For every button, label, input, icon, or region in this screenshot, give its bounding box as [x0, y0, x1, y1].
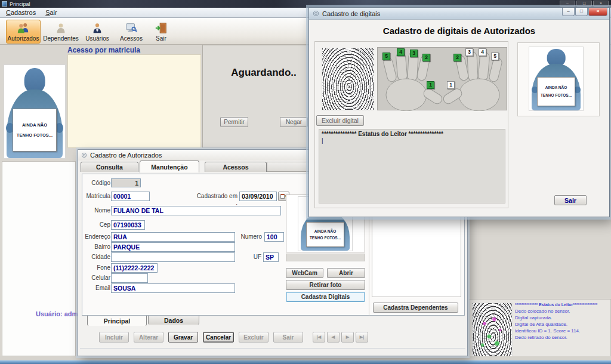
- main-window-title: Principal: [10, 1, 30, 7]
- cancelar-button[interactable]: Cancelar: [203, 332, 234, 343]
- left-panel: [2, 161, 76, 356]
- access-heading: Acesso por matricula: [67, 46, 140, 54]
- finger-chip-right-5[interactable]: 5: [491, 53, 499, 60]
- maximize-button[interactable]: □: [576, 1, 592, 7]
- incluir-button[interactable]: Incluir: [99, 332, 129, 343]
- matricula-entry-panel[interactable]: [67, 54, 201, 148]
- toolbar-usuarios-button[interactable]: Usuários: [81, 20, 113, 44]
- tab-consulta[interactable]: Consulta: [81, 162, 138, 172]
- close-button[interactable]: ×: [593, 1, 609, 7]
- close-button[interactable]: ×: [588, 8, 607, 16]
- abrir-button[interactable]: Abrir: [327, 268, 365, 278]
- avatar-sign: AINDA NÃO TENHO FOTOS...: [537, 77, 576, 106]
- uf-field[interactable]: SP: [263, 252, 279, 262]
- tab-principal[interactable]: Principal: [87, 316, 147, 326]
- text-cursor: |: [322, 137, 502, 144]
- cadastra-digitais-button[interactable]: Cadastra Digitais: [286, 292, 365, 302]
- tab-manutencao[interactable]: Manutenção: [140, 161, 199, 172]
- excluir-button[interactable]: Excluir: [239, 332, 269, 343]
- avatar-sign: AINDA NÃO TENHO FOTOS...: [306, 222, 345, 246]
- reader-status-line: Dedo colocado no sensor.: [515, 308, 610, 314]
- fingerprint-image: [322, 48, 374, 110]
- finger-chip-left-3[interactable]: 3: [410, 50, 418, 57]
- close-icon: ×: [600, 1, 602, 5]
- minimize-icon: –: [567, 8, 569, 14]
- waiting-status: Aguardando..: [203, 67, 325, 79]
- autorizados-window-title: Cadastro de Autorizados: [90, 152, 162, 159]
- toolbar-autorizados-button[interactable]: Autorizados: [6, 20, 41, 44]
- numero-label: Numero: [240, 232, 262, 242]
- reader-status-line: Dedo retirado do sensor.: [515, 334, 610, 341]
- toolbar-sair-button[interactable]: Sair: [148, 20, 174, 44]
- nav-last-button[interactable]: ▶|: [356, 332, 368, 343]
- endereco-field[interactable]: RUA: [111, 232, 235, 242]
- close-icon: ×: [597, 8, 600, 14]
- fone-field[interactable]: (11)2222-2222: [111, 263, 158, 273]
- window-inner-border: [80, 348, 465, 348]
- minimize-icon: –: [566, 1, 569, 5]
- nome-field[interactable]: FULANO DE TAL: [111, 206, 281, 215]
- toolbar-dependentes-button[interactable]: Dependentes: [43, 20, 79, 44]
- email-field[interactable]: SOUSA: [111, 283, 235, 293]
- finger-chip-right-1[interactable]: 1: [447, 81, 455, 89]
- reader-status-line: Digital capturada.: [515, 314, 610, 321]
- reader-status-line: identificou ID = 1. Score = 114.: [515, 328, 610, 334]
- minimize-button[interactable]: –: [562, 8, 575, 16]
- cadastrado-em-field[interactable]: 03/09/2010: [239, 192, 277, 201]
- reader-status-textarea[interactable]: *************** Estatus do Leitor ******…: [319, 129, 505, 203]
- permitir-button[interactable]: Permitir: [220, 117, 248, 127]
- fone-label: Fone: [83, 263, 110, 273]
- digitais-window-title: Cadastro de digitais: [322, 10, 380, 17]
- toolbar-label: Dependentes: [43, 35, 79, 42]
- sair-button[interactable]: Sair: [554, 195, 587, 205]
- cadastra-dependentes-button[interactable]: Cadastra Dependentes: [373, 303, 458, 313]
- menu-cadastros[interactable]: Cadastros: [1, 8, 41, 17]
- cidade-field[interactable]: [111, 252, 235, 262]
- nav-prev-button[interactable]: ◀: [327, 332, 340, 343]
- bairro-field[interactable]: PARQUE: [111, 242, 235, 252]
- cep-field[interactable]: 07190033: [111, 220, 145, 230]
- finger-chip-left-2[interactable]: 2: [422, 54, 430, 61]
- maximize-button[interactable]: □: [575, 8, 588, 16]
- nav-next-button[interactable]: ▶: [341, 332, 354, 343]
- finger-chip-right-4[interactable]: 4: [479, 48, 486, 56]
- finger-chip-left-5[interactable]: 5: [382, 53, 390, 60]
- numero-field[interactable]: 100: [264, 232, 284, 242]
- photo-panel: AINDA NÃO TENHO FOTOS...: [517, 42, 600, 116]
- finger-chip-left-1[interactable]: 1: [427, 81, 434, 89]
- sair-button[interactable]: Sair: [273, 332, 303, 343]
- toolbar-label: Usuários: [85, 35, 109, 42]
- matricula-label: Matricula: [83, 192, 110, 201]
- matricula-field[interactable]: 00001: [111, 192, 150, 201]
- reader-status-title: ************** Estatus do Leitor********…: [515, 301, 610, 308]
- endereco-label: Endereço: [79, 232, 110, 242]
- status-title: *************** Estatus do Leitor ******…: [322, 131, 502, 137]
- negar-button[interactable]: Negar: [280, 117, 308, 127]
- cidade-label: Cidade: [83, 252, 110, 262]
- finger-chip-left-4[interactable]: 4: [397, 48, 405, 56]
- app-icon: [2, 1, 7, 7]
- menu-sair[interactable]: Sair: [41, 8, 62, 17]
- alterar-button[interactable]: Alterar: [134, 332, 163, 343]
- waiting-panel: Aguardando.. Permitir Negar: [202, 45, 325, 148]
- toolbar-label: Sair: [156, 35, 166, 42]
- taskbar-strip: [0, 360, 611, 364]
- people-icon: [16, 21, 30, 35]
- webcam-button[interactable]: WebCam: [286, 268, 323, 278]
- finger-chip-right-3[interactable]: 3: [465, 48, 473, 56]
- gravar-button[interactable]: Gravar: [168, 332, 198, 343]
- tab-acessos[interactable]: Acessos: [205, 162, 267, 172]
- digitais-group-box: 5 4 3 2 1 2 3 4 5 1 Excluir digital ****…: [314, 41, 508, 208]
- excluir-digital-button[interactable]: Excluir digital: [316, 115, 364, 126]
- person-photo-avatar: AINDA NÃO TENHO FOTOS...: [529, 47, 584, 111]
- tab-dados[interactable]: Dados: [148, 316, 199, 325]
- celular-label: Celular: [83, 273, 110, 283]
- finger-chip-right-2[interactable]: 2: [453, 54, 461, 61]
- retirar-foto-button[interactable]: Retirar foto: [286, 280, 365, 290]
- toolbar-acessos-button[interactable]: Acessos: [116, 20, 147, 44]
- celular-field[interactable]: [111, 273, 148, 283]
- uf-label: UF: [247, 252, 261, 262]
- minimize-button[interactable]: –: [560, 1, 575, 7]
- nav-first-button[interactable]: |◀: [313, 332, 325, 343]
- cep-label: Cep: [83, 220, 110, 230]
